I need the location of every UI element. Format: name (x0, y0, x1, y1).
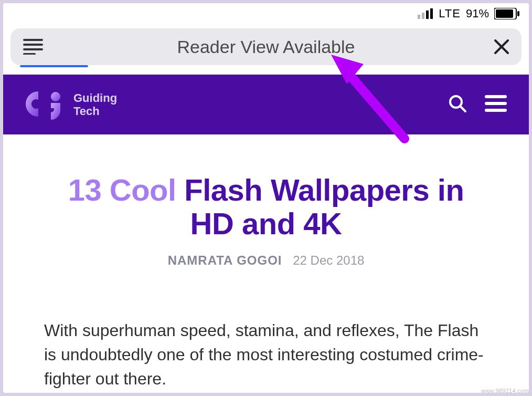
battery-percent: 91% (466, 7, 489, 20)
watermark: www.989214.com (481, 388, 529, 394)
reader-view-label: Reader View Available (177, 37, 355, 57)
article-date: 22 Dec 2018 (293, 253, 364, 267)
search-icon[interactable] (448, 94, 467, 115)
address-bar[interactable]: Reader View Available (10, 28, 522, 65)
svg-rect-3 (430, 8, 433, 19)
svg-rect-7 (23, 39, 43, 41)
title-highlight: 13 Cool (68, 173, 176, 207)
svg-rect-17 (485, 102, 507, 105)
svg-rect-10 (23, 53, 36, 55)
site-logo (25, 89, 64, 120)
reader-view-icon[interactable] (23, 39, 43, 55)
header-actions (448, 94, 507, 115)
svg-rect-18 (485, 109, 507, 112)
title-rest-line1: Flash Wallpapers in (176, 173, 464, 207)
page-load-progress-fill (20, 65, 88, 67)
menu-icon[interactable] (485, 95, 507, 114)
svg-rect-9 (23, 48, 43, 50)
device-frame: LTE 91% Reader View Available (3, 3, 529, 393)
site-name-line2: Tech (73, 105, 117, 118)
svg-line-15 (461, 107, 465, 111)
status-bar: LTE 91% (3, 3, 529, 24)
svg-rect-8 (23, 44, 43, 46)
site-header: Guiding Tech (3, 75, 529, 134)
close-icon[interactable] (494, 39, 509, 54)
browser-toolbar: Reader View Available (3, 24, 529, 67)
page-load-progress (18, 65, 514, 67)
article: 13 Cool Flash Wallpapers in HD and 4K NA… (3, 134, 529, 391)
battery-icon (494, 8, 519, 19)
signal-icon (418, 8, 433, 19)
article-meta: NAMRATA GOGOI 22 Dec 2018 (42, 253, 490, 268)
svg-rect-16 (485, 95, 507, 98)
svg-rect-2 (426, 11, 429, 19)
title-line2: HD and 4K (42, 207, 490, 241)
article-body: With superhuman speed, stamina, and refl… (42, 318, 490, 391)
svg-rect-0 (418, 15, 420, 19)
article-author[interactable]: NAMRATA GOGOI (168, 253, 282, 267)
site-brand[interactable]: Guiding Tech (25, 89, 117, 120)
site-name-line1: Guiding (73, 91, 117, 105)
svg-rect-5 (496, 9, 513, 18)
site-name: Guiding Tech (73, 91, 117, 118)
svg-rect-6 (517, 11, 519, 16)
svg-point-13 (51, 92, 60, 101)
article-title: 13 Cool Flash Wallpapers in HD and 4K (42, 173, 490, 241)
svg-rect-1 (422, 13, 424, 19)
network-label: LTE (439, 7, 461, 20)
